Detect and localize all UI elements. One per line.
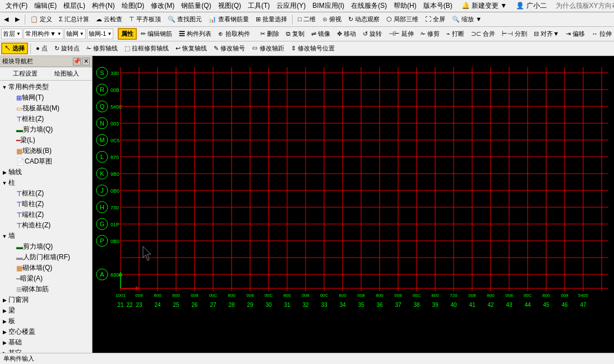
tb-mod-axis-dist[interactable]: ⇔ 修改轴距 bbox=[249, 43, 287, 54]
tb-common-parts[interactable]: 常用构件▼ bbox=[24, 29, 63, 39]
tree-node-wall-root[interactable]: ▼ 墙 bbox=[0, 231, 92, 241]
tree-node-hidden-beam[interactable]: ━ 暗梁(A) bbox=[8, 273, 92, 284]
tb-align[interactable]: ⊟ 对齐▼ bbox=[531, 29, 562, 39]
svg-text:45: 45 bbox=[543, 302, 550, 308]
tb-cloud-check[interactable]: ☁ 云检查 bbox=[93, 14, 125, 25]
tree-node-slab2[interactable]: ▶ 板 bbox=[0, 316, 92, 326]
tree-node-beam2[interactable]: ▶ 梁 bbox=[0, 305, 92, 316]
canvas-area[interactable]: S 330 R 00B Q 5#00 N 003 M 0C5 L 870 K 9… bbox=[93, 56, 614, 353]
tb-top-view[interactable]: ⊙ 俯视 bbox=[320, 14, 344, 25]
tb-edit-rebar[interactable]: ✏ 编辑钢筋 bbox=[138, 29, 175, 39]
menu-user[interactable]: 👤 广小二 bbox=[513, 0, 550, 12]
sidebar-actions: 工程设置 绘图输入 bbox=[0, 67, 92, 81]
tree-node-frame-col[interactable]: ⊤ 框柱(Z) bbox=[8, 114, 92, 124]
menu-rebar[interactable]: 钢筋量(Q) bbox=[178, 0, 214, 12]
tree-node-masonry[interactable]: ▦ 砌体墙(Q) bbox=[8, 263, 92, 273]
tree-node-end-col[interactable]: ⊤ 端柱(Z) bbox=[8, 209, 92, 220]
menu-help[interactable]: 帮助(H) bbox=[390, 0, 420, 12]
tree-node-struct-col[interactable]: ⊤ 构造柱(Z) bbox=[8, 220, 92, 231]
tb-align-top[interactable]: ⊤ 平齐板顶 bbox=[126, 14, 164, 25]
tb-copy[interactable]: ⧉ 复制 bbox=[283, 29, 307, 39]
tree-node-dark-col[interactable]: ⊤ 暗柱(Z) bbox=[8, 199, 92, 209]
tb-rotate-pt[interactable]: ↻ 旋转点 bbox=[52, 43, 82, 54]
tb-zoom[interactable]: 🔍 缩放 ▼ bbox=[449, 14, 484, 25]
tb-floor-select[interactable]: 首层 bbox=[1, 29, 22, 39]
tree-node-shear-wall2[interactable]: ▬ 剪力墙(Q) bbox=[8, 241, 92, 252]
tree-node-col-root[interactable]: ▼ 柱 bbox=[0, 178, 92, 188]
tb-sum[interactable]: Σ 汇总计算 bbox=[56, 14, 92, 25]
menu-service[interactable]: 在线服务(S) bbox=[348, 0, 390, 12]
tb-stretch[interactable]: ↔ 拉伸 bbox=[589, 29, 614, 39]
tb-point[interactable]: ● 点 bbox=[33, 43, 50, 54]
tree-node-hollow-cover[interactable]: ▶ 空心楼盖 bbox=[0, 326, 92, 337]
tb-rotate[interactable]: ↺ 旋转 bbox=[360, 29, 385, 39]
tb-forward[interactable]: ▶ bbox=[12, 15, 22, 24]
tree-node-shear-wall[interactable]: ▬ 剪力墙(Q) bbox=[8, 124, 92, 135]
tb-view-rebar[interactable]: 📊 查看钢筋量 bbox=[206, 14, 252, 25]
tb-local-3d[interactable]: ⬡ 局部三维 bbox=[384, 14, 421, 25]
menu-bim[interactable]: BIM应用(I) bbox=[309, 0, 348, 12]
svg-text:28: 28 bbox=[228, 302, 235, 308]
tree-label-wall-root: 墙 bbox=[8, 231, 15, 241]
menu-cloud[interactable]: 云应用(Y) bbox=[273, 0, 309, 12]
tb-pick-part[interactable]: ⊕ 拾取构件 bbox=[215, 29, 252, 39]
menu-draw[interactable]: 绘图(D) bbox=[118, 0, 148, 12]
tb-batch-select[interactable]: ⊞ 批量选择 bbox=[253, 14, 290, 25]
tb-offset[interactable]: ⇥ 偏移 bbox=[563, 29, 588, 39]
menu-version[interactable]: 版本号(B) bbox=[420, 0, 456, 12]
tb-delete[interactable]: ✂ 删除 bbox=[257, 29, 282, 39]
tb-break[interactable]: ⌁ 打断 bbox=[444, 29, 467, 39]
tb-trim-axis[interactable]: ✁ 修剪轴线 bbox=[84, 43, 121, 54]
svg-text:29: 29 bbox=[247, 302, 253, 308]
tree-node-door-window[interactable]: ▶ 门窗洞 bbox=[0, 295, 92, 305]
tb-back[interactable]: ◀ bbox=[1, 15, 11, 24]
tb-trim[interactable]: ✁ 修剪 bbox=[418, 29, 442, 39]
tree-node-axis-root[interactable]: ▶ 轴线 bbox=[0, 167, 92, 178]
tb-select[interactable]: ↖ 选择 bbox=[1, 43, 28, 54]
tb-box-trim-axis[interactable]: ⬚ 拉框修剪轴线 bbox=[122, 43, 172, 54]
menu-layer[interactable]: 模层(L) bbox=[60, 0, 89, 12]
tb-move[interactable]: ✥ 移动 bbox=[334, 29, 359, 39]
tree-node-common-types[interactable]: ▼ 常用构件类型 bbox=[0, 82, 92, 92]
tb-axis-grid-1[interactable]: 轴网-1 bbox=[87, 29, 114, 39]
tb-fullscreen[interactable]: ⛶ 全屏 bbox=[422, 14, 448, 25]
tree-node-civil-def-wall[interactable]: ▬ 人防门框墙(RF) bbox=[8, 252, 92, 263]
tb-dynamic[interactable]: ↻ 动态观察 bbox=[345, 14, 382, 25]
tb-axis-grid[interactable]: 轴网 bbox=[64, 29, 86, 39]
tree-node-masonry-rebar[interactable]: ⊞ 砌体加筋 bbox=[8, 284, 92, 295]
sidebar-close-btn[interactable]: ✕ bbox=[82, 58, 90, 66]
tb-mod-axis-num[interactable]: ✎ 修改轴号 bbox=[211, 43, 248, 54]
menu-edit[interactable]: 编辑(E) bbox=[31, 0, 60, 12]
sidebar-project-setup[interactable]: 工程设置 bbox=[13, 69, 38, 78]
sidebar-pin-btn[interactable]: 📌 bbox=[73, 58, 81, 66]
tb-define[interactable]: 📋 定义 bbox=[27, 14, 55, 25]
menu-view[interactable]: 视图(Q) bbox=[215, 0, 244, 12]
tb-mirror[interactable]: ⇌ 镜像 bbox=[308, 29, 333, 39]
tb-extend[interactable]: ⊣⊢ 延伸 bbox=[386, 29, 417, 39]
tb-find[interactable]: 🔍 查找图元 bbox=[165, 14, 205, 25]
tree-node-cad[interactable]: 📄 CAD草图 bbox=[8, 156, 92, 167]
tree-node-axis[interactable]: ⊞ 轴网(T) bbox=[8, 92, 92, 103]
tb-merge[interactable]: ⊃⊂ 合并 bbox=[468, 29, 498, 39]
sep5 bbox=[292, 15, 293, 25]
tb-restore-axis[interactable]: ↩ 恢复轴线 bbox=[173, 43, 210, 54]
tree-node-frame-col2[interactable]: ⊤ 框柱(Z) bbox=[8, 188, 92, 199]
sidebar-draw-input[interactable]: 绘图输入 bbox=[54, 69, 79, 78]
tb-mod-axis-pos[interactable]: ⇕ 修改轴号位置 bbox=[288, 43, 338, 54]
menu-new-change[interactable]: 🔔 新建变更 ▼ bbox=[458, 0, 511, 12]
tree-node-beam[interactable]: ━ 梁(L) bbox=[8, 135, 92, 146]
svg-text:R: R bbox=[100, 86, 104, 93]
tb-part-list[interactable]: ☰ 构件列表 bbox=[176, 29, 214, 39]
menu-component[interactable]: 构件(N) bbox=[89, 0, 118, 12]
sidebar-header-btns: 📌 ✕ bbox=[73, 58, 90, 66]
tree-node-slab[interactable]: ▦ 现浇板(B) bbox=[8, 146, 92, 156]
menu-tools[interactable]: 工具(T) bbox=[244, 0, 273, 12]
tree-node-foundation[interactable]: ▶ 基础 bbox=[0, 337, 92, 348]
tb-property[interactable]: 属性 bbox=[118, 28, 137, 40]
menu-modify[interactable]: 修改(M) bbox=[147, 0, 178, 12]
tb-2d[interactable]: □ 二维 bbox=[295, 14, 318, 25]
tree-node-other[interactable]: ▶ 其它 bbox=[0, 348, 92, 353]
tree-node-raft[interactable]: ▭ 筏板基础(M) bbox=[8, 103, 92, 114]
tb-split[interactable]: ⊢⊣ 分割 bbox=[499, 29, 530, 39]
menu-file[interactable]: 文件(F) bbox=[2, 0, 31, 12]
